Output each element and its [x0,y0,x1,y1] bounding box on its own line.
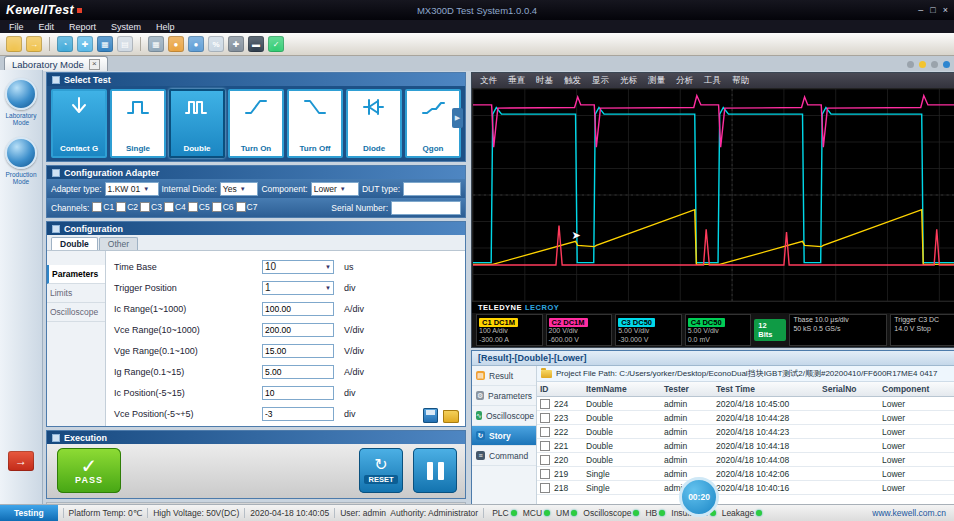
table-row[interactable]: 218Singleadmin2020/4/18 10:40:16Lower [537,481,954,495]
scope-menu-5[interactable]: 光标 [620,75,637,87]
checkbox-icon[interactable] [164,202,174,212]
website-link[interactable]: www.kewell.com.cn [872,508,946,518]
test-button-diode[interactable]: Diode [346,89,402,158]
monitor-icon[interactable]: ▬ [248,36,264,52]
table-row[interactable]: 222Doubleadmin2020/4/18 10:44:23Lower [537,425,954,439]
row-checkbox[interactable] [540,427,550,437]
scope-menu-3[interactable]: 触发 [564,75,581,87]
channel-checkbox-c5[interactable]: C5 [188,202,210,212]
users-icon[interactable]: ● [188,36,204,52]
channel-box-c4[interactable]: C4 DC505.00 V/div0.0 mV [685,314,752,346]
scope-menu-7[interactable]: 分析 [676,75,693,87]
column-header-serialno[interactable]: SerialNo [819,384,879,394]
row-checkbox[interactable] [540,399,550,409]
test-scroll-right-button[interactable]: ▶ [452,108,463,128]
scope-menu-8[interactable]: 工具 [704,75,721,87]
row-checkbox[interactable] [540,441,550,451]
save-icon[interactable] [423,408,438,423]
probe-icon[interactable]: ✚ [77,36,93,52]
checkbox-icon[interactable] [236,202,246,212]
scope-menu-0[interactable]: 文件 [480,75,497,87]
channel-checkbox-c3[interactable]: C3 [140,202,162,212]
test-button-contact-g[interactable]: Contact G [51,89,107,158]
maximize-button[interactable]: □ [930,5,935,15]
adapter-type-select[interactable]: 1.KW 01▼ [105,182,159,196]
checkbox-icon[interactable] [212,202,222,212]
serial-number-input[interactable] [391,201,461,215]
table-row[interactable]: 221Doubleadmin2020/4/18 10:44:18Lower [537,439,954,453]
channel-checkbox-c1[interactable]: C1 [92,202,114,212]
exit-button[interactable]: → [8,451,34,471]
checkbox-icon[interactable] [188,202,198,212]
percent-icon[interactable]: % [208,36,224,52]
column-header-itemname[interactable]: ItemName [583,384,661,394]
field-input-vce-range-10-1000[interactable] [262,323,334,337]
sidebar-item-laboratory-mode[interactable]: Laboratory Mode [0,78,42,127]
checkbox-icon[interactable] [140,202,150,212]
scope-menu-1[interactable]: 垂直 [508,75,525,87]
config-side-tab-limits[interactable]: Limits [47,284,105,303]
open-folder-icon[interactable]: → [26,36,42,52]
results-tab-oscilloscope[interactable]: ∿Oscilloscope [472,406,536,426]
field-input-vge-range-0-1-100[interactable] [262,344,334,358]
config-tab-other[interactable]: Other [99,237,138,250]
results-tab-result[interactable]: ▤Result [472,366,536,386]
grid-icon[interactable]: ▦ [97,36,113,52]
export-folder-icon[interactable] [443,410,459,423]
field-input-ig-range-0-1-15[interactable] [262,365,334,379]
results-tab-command[interactable]: ≡Command [472,446,536,466]
internal-diode-select[interactable]: Yes▼ [220,182,259,196]
pass-status-button[interactable]: ✓ PASS [57,448,121,493]
column-header-test-time[interactable]: Test Time [713,384,819,394]
field-input-ic-position-5-15[interactable] [262,386,334,400]
table-row[interactable]: 220Doubleadmin2020/4/18 10:44:08Lower [537,453,954,467]
test-button-turn-off[interactable]: Turn Off [287,89,343,158]
new-folder-icon[interactable] [6,36,22,52]
field-select-trigger-position[interactable]: 1▼ [262,281,334,295]
config-tab-double[interactable]: Double [51,237,98,250]
test-button-double[interactable]: Double [169,89,225,158]
gauge-icon[interactable]: ◔ [57,36,73,52]
table-row[interactable]: 219Singleadmin2020/4/18 10:42:06Lower [537,467,954,481]
channel-checkbox-c7[interactable]: C7 [236,202,258,212]
report-icon[interactable]: ▤ [117,36,133,52]
user-icon[interactable]: ● [168,36,184,52]
scope-menu-4[interactable]: 显示 [592,75,609,87]
row-checkbox[interactable] [540,469,550,479]
menu-report[interactable]: Report [69,22,96,32]
channel-box-c2[interactable]: C2 DC1M200 V/div-600.00 V [546,314,613,346]
column-header-component[interactable]: Component [879,384,954,394]
oscilloscope-display[interactable]: ➤ [472,88,954,302]
checkbox-icon[interactable] [92,202,102,212]
column-header-id[interactable]: ID [537,384,583,394]
timebase-box[interactable]: Tbase 10.0 μs/div50 kS 0.5 GS/s [789,314,887,346]
table-row[interactable]: 224Doubleadmin2020/4/18 10:45:00Lower [537,397,954,411]
channel-box-c3[interactable]: C3 DC505.00 V/div-30.000 V [615,314,682,346]
pause-button[interactable] [413,448,457,493]
menu-edit[interactable]: Edit [39,22,55,32]
tab-laboratory-mode[interactable]: Laboratory Mode × [4,56,108,71]
scope-menu-2[interactable]: 时基 [536,75,553,87]
config-side-tab-parameters[interactable]: Parameters [47,265,105,284]
scope-menu-9[interactable]: 帮助 [732,75,749,87]
tab-close-icon[interactable]: × [89,59,100,70]
results-tab-parameters[interactable]: ⚙Parameters [472,386,536,406]
menu-help[interactable]: Help [156,22,175,32]
results-tab-story[interactable]: ↻Story [472,426,536,446]
close-button[interactable]: × [943,5,948,15]
tools-icon[interactable]: ✚ [228,36,244,52]
channel-box-c1[interactable]: C1 DC1M100 A/div-300.00 A [476,314,543,346]
scope-menu-6[interactable]: 测量 [648,75,665,87]
power-icon[interactable]: ✓ [268,36,284,52]
test-button-single[interactable]: Single [110,89,166,158]
channel-checkbox-c2[interactable]: C2 [116,202,138,212]
minimize-button[interactable]: – [918,5,923,15]
reset-button[interactable]: ↻ RESET [359,448,403,493]
menu-file[interactable]: File [9,22,24,32]
channel-checkbox-c6[interactable]: C6 [212,202,234,212]
component-select[interactable]: Lower▼ [311,182,359,196]
column-header-tester[interactable]: Tester [661,384,713,394]
trigger-box[interactable]: Trigger C3 DC14.0 V Stop [890,314,954,346]
menu-system[interactable]: System [111,22,141,32]
table-row[interactable]: 223Doubleadmin2020/4/18 10:44:28Lower [537,411,954,425]
